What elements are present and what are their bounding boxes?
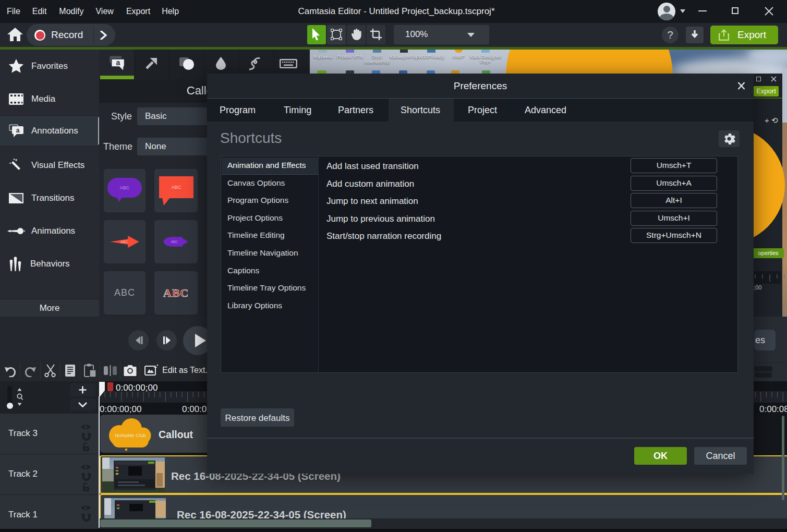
svg-text:NoNaMe Club: NoNaMe Club bbox=[115, 432, 146, 438]
svg-text:ABC: ABC bbox=[120, 240, 128, 244]
svg-text:a: a bbox=[116, 58, 120, 67]
svg-text:ABC: ABC bbox=[171, 240, 178, 244]
svg-text:a: a bbox=[16, 127, 20, 134]
